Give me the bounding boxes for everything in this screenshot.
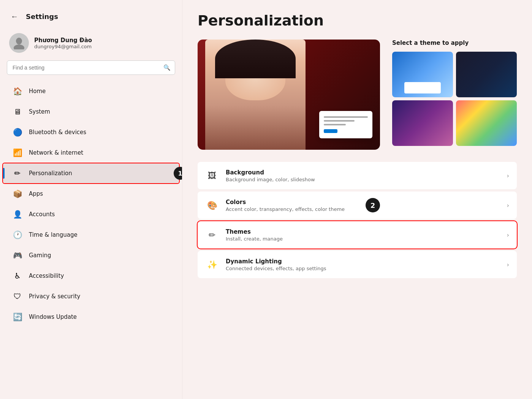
bluetooth-icon: 🔵 <box>12 127 23 138</box>
themes-arrow: › <box>507 231 509 239</box>
sidebar-item-label-gaming: Gaming <box>29 252 51 259</box>
sidebar-item-accounts[interactable]: 👤Accounts <box>3 204 179 224</box>
background-text: BackgroundBackground image, color, slide… <box>226 169 500 182</box>
themes-title: Themes <box>226 228 500 235</box>
sidebar-item-personalization[interactable]: ✏️Personalization1 <box>3 163 179 183</box>
main-content: Personalization Select a theme to apply <box>182 0 532 399</box>
system-icon: 🖥 <box>12 106 23 117</box>
theme-purple[interactable] <box>392 100 453 146</box>
background-icon: 🖼 <box>205 169 219 182</box>
wallpaper-preview[interactable] <box>198 40 380 150</box>
dialog-line-1 <box>324 116 368 118</box>
top-section: Select a theme to apply <box>198 40 517 150</box>
privacy-icon: 🛡 <box>12 291 23 302</box>
sidebar-item-label-privacy: Privacy & security <box>29 293 80 300</box>
time-icon: 🕐 <box>12 230 23 240</box>
background-desc: Background image, color, slideshow <box>226 177 500 182</box>
accounts-icon: 👤 <box>12 209 23 220</box>
circle-label-1: 1 <box>174 167 182 180</box>
search-box: 🔍 <box>7 60 175 75</box>
themes-desc: Install, create, manage <box>226 236 500 242</box>
circle-label-2: 2 <box>366 198 380 212</box>
settings-item-colors[interactable]: 🎨ColorsAccent color, transparency, effec… <box>198 192 517 219</box>
sidebar-item-label-time: Time & language <box>29 231 78 238</box>
sidebar-item-accessibility[interactable]: ♿Accessibility <box>3 266 179 286</box>
wallpaper-preview-container <box>198 40 380 150</box>
colors-title: Colors <box>226 199 500 206</box>
colors-arrow: › <box>507 202 509 209</box>
dialog-line-2 <box>324 120 355 122</box>
dialog-line-3 <box>324 124 346 125</box>
sidebar-item-apps[interactable]: 📦Apps <box>3 184 179 204</box>
theme-panel-title: Select a theme to apply <box>392 40 517 46</box>
sidebar-item-home[interactable]: 🏠Home <box>3 81 179 101</box>
theme-grid <box>392 52 517 146</box>
dynamic-lighting-desc: Connected devices, effects, app settings <box>226 266 500 271</box>
home-icon: 🏠 <box>12 86 23 97</box>
settings-list: 🖼BackgroundBackground image, color, slid… <box>198 162 517 280</box>
sidebar-item-update[interactable]: 🔄Windows Update <box>3 307 179 327</box>
dialog-button <box>324 129 337 133</box>
settings-item-themes[interactable]: ✏ThemesInstall, create, manage› <box>198 221 517 249</box>
sidebar-item-label-apps: Apps <box>29 190 43 197</box>
colors-text: ColorsAccent color, transparency, effect… <box>226 199 500 212</box>
background-title: Background <box>226 169 500 176</box>
sidebar-item-label-accessibility: Accessibility <box>29 272 64 279</box>
sidebar: ← Settings Phương Dung Đào dungroy94@gma… <box>0 0 182 399</box>
sidebar-item-privacy[interactable]: 🛡Privacy & security <box>3 287 179 306</box>
sidebar-item-label-update: Windows Update <box>29 314 77 320</box>
dynamic-lighting-icon: ✨ <box>205 258 219 271</box>
svg-point-1 <box>14 44 24 49</box>
search-icon: 🔍 <box>163 64 171 71</box>
avatar <box>9 33 29 53</box>
personalization-icon: ✏️ <box>12 168 23 179</box>
app-title: Settings <box>26 13 58 21</box>
user-profile: Phương Dung Đào dungroy94@gmail.com <box>0 28 182 60</box>
sidebar-item-label-network: Network & internet <box>29 149 83 156</box>
wallpaper-person-image <box>205 40 306 150</box>
sidebar-item-label-personalization: Personalization <box>29 170 72 177</box>
page-title: Personalization <box>198 12 517 29</box>
sidebar-item-gaming[interactable]: 🎮Gaming <box>3 245 179 265</box>
settings-item-background[interactable]: 🖼BackgroundBackground image, color, slid… <box>198 162 517 189</box>
user-name: Phương Dung Đào <box>34 37 92 44</box>
sidebar-item-bluetooth[interactable]: 🔵Bluetooth & devices <box>3 122 179 142</box>
dynamic-lighting-text: Dynamic LightingConnected devices, effec… <box>226 258 500 271</box>
accessibility-icon: ♿ <box>12 271 23 281</box>
sidebar-item-system[interactable]: 🖥System <box>3 102 179 122</box>
dynamic-lighting-title: Dynamic Lighting <box>226 258 500 265</box>
back-button[interactable]: ← <box>9 11 20 22</box>
sidebar-item-label-home: Home <box>29 88 46 95</box>
sidebar-header: ← Settings <box>0 0 182 28</box>
user-email: dungroy94@gmail.com <box>34 44 92 49</box>
colors-icon: 🎨 <box>205 198 219 212</box>
theme-colorful[interactable] <box>456 100 517 146</box>
preview-dialog <box>319 111 372 138</box>
sidebar-item-label-accounts: Accounts <box>29 211 55 218</box>
background-arrow: › <box>507 172 509 179</box>
themes-text: ThemesInstall, create, manage <box>226 228 500 242</box>
gaming-icon: 🎮 <box>12 250 23 261</box>
update-icon: 🔄 <box>12 312 23 322</box>
nav-list: 🏠Home🖥System🔵Bluetooth & devices📶Network… <box>0 81 182 327</box>
colors-desc: Accent color, transparency, effects, col… <box>226 206 500 212</box>
search-input[interactable] <box>7 60 175 75</box>
user-info: Phương Dung Đào dungroy94@gmail.com <box>34 37 92 49</box>
sidebar-item-network[interactable]: 📶Network & internet <box>3 143 179 163</box>
theme-panel: Select a theme to apply <box>392 40 517 146</box>
theme-dark[interactable] <box>456 52 517 97</box>
apps-icon: 📦 <box>12 188 23 199</box>
sidebar-item-label-system: System <box>29 108 50 115</box>
svg-point-0 <box>16 38 22 44</box>
sidebar-item-label-bluetooth: Bluetooth & devices <box>29 129 86 136</box>
theme-blue[interactable] <box>392 52 453 97</box>
network-icon: 📶 <box>12 147 23 158</box>
settings-item-dynamic-lighting[interactable]: ✨Dynamic LightingConnected devices, effe… <box>198 251 517 278</box>
sidebar-item-time[interactable]: 🕐Time & language <box>3 225 179 245</box>
themes-icon: ✏ <box>205 228 219 242</box>
dynamic-lighting-arrow: › <box>507 261 509 268</box>
